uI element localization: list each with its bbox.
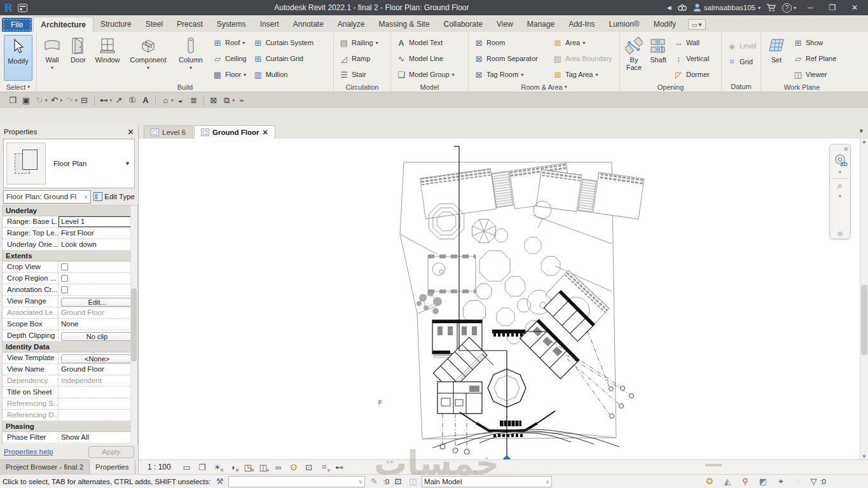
tab-steel[interactable]: Steel <box>139 17 170 32</box>
curtain-system-button[interactable]: ⊞Curtain System <box>251 35 316 50</box>
thin-lines-icon[interactable]: ≣ <box>188 94 200 107</box>
chevron-down-icon[interactable]: ▾ <box>171 98 174 103</box>
property-value[interactable]: First Floor <box>59 228 137 239</box>
print-icon[interactable]: ⊟ <box>78 94 91 107</box>
opening-vertical-button[interactable]: ↕Vertical <box>671 51 712 66</box>
chevron-down-icon[interactable]: ▾ <box>110 98 113 103</box>
model-line-button[interactable]: ∿Model Line <box>394 51 457 66</box>
design-option-dropdown[interactable]: Main Model∨ <box>422 476 552 487</box>
property-value[interactable]: Ground Floor <box>59 364 137 375</box>
tab-modify[interactable]: Modify <box>647 17 683 32</box>
chevron-down-icon[interactable]: ▾ <box>839 169 841 175</box>
wall-button[interactable]: Wall▾ <box>39 34 65 74</box>
editable-only-icon[interactable]: ✎ <box>368 476 380 487</box>
worksets-icon[interactable]: ⚒ <box>214 476 225 487</box>
chevron-down-icon[interactable]: ▼ <box>125 160 134 167</box>
curtain-grid-button[interactable]: ⊞Curtain Grid <box>251 51 316 66</box>
property-value[interactable]: Level 1 <box>59 216 137 227</box>
undo-icon[interactable]: ↶ <box>48 94 61 107</box>
switch-windows-icon[interactable]: ⧉ <box>221 94 233 107</box>
view-scale[interactable]: 1 : 100 <box>148 463 171 471</box>
section-identity-data[interactable]: Identity Data« <box>3 342 137 352</box>
room-separator-button[interactable]: ⊠Room Separator <box>471 51 549 66</box>
type-selector[interactable]: Floor Plan ▼ <box>3 139 135 188</box>
visual-style-icon[interactable]: ▭ <box>181 461 193 473</box>
select-links-icon[interactable]: ✪ <box>704 476 715 487</box>
search-icon[interactable] <box>677 2 687 13</box>
tab-addins[interactable]: Add-Ins <box>561 17 602 32</box>
chevron-down-icon[interactable]: ▾ <box>839 193 841 199</box>
tab-properties[interactable]: Properties <box>90 459 135 474</box>
zoom-icon[interactable]: ⌕ <box>837 180 843 192</box>
reveal-constraints-icon[interactable]: ⌗● <box>319 461 330 473</box>
by-face-button[interactable]: By Face <box>623 34 645 73</box>
tab-annotate[interactable]: Annotate <box>286 17 331 32</box>
ceiling-button[interactable]: ▱Ceiling <box>210 51 249 66</box>
text-icon[interactable]: A <box>139 94 152 107</box>
open-icon[interactable]: ❒ <box>6 94 19 107</box>
select-pinned-elements-icon[interactable]: ⚲ <box>740 476 751 487</box>
property-value[interactable]: Show All <box>59 432 137 443</box>
show-work-plane-button[interactable]: ⊞Show <box>790 35 839 50</box>
show-crop-region-icon[interactable]: ◫● <box>258 461 269 473</box>
minimize-button[interactable]: ─ <box>802 3 818 12</box>
shadows-icon[interactable]: ◑× <box>227 461 238 473</box>
area-button[interactable]: ⊠Area▾ <box>550 35 614 50</box>
modify-button[interactable]: Modify <box>4 35 32 81</box>
detail-level-icon[interactable]: ❒ <box>196 461 208 473</box>
temporary-view-properties-icon[interactable]: ⊡ <box>303 461 315 473</box>
select-underlay-elements-icon[interactable]: ◭ <box>722 476 733 487</box>
canvas-vertical-scrollbar[interactable]: ▲ ▼ <box>860 139 868 459</box>
crop-region-checkbox[interactable] <box>61 275 68 282</box>
tab-lumion[interactable]: Lumion® <box>602 17 647 32</box>
scroll-down-icon[interactable]: ▼ <box>862 454 867 459</box>
reveal-hidden-elements-icon[interactable]: ʘ <box>288 461 300 473</box>
tab-file[interactable]: File <box>2 18 32 32</box>
door-button[interactable]: Door <box>66 34 90 66</box>
tab-structure[interactable]: Structure <box>93 17 139 32</box>
set-button[interactable]: Set <box>764 34 789 66</box>
panel-label-select[interactable]: Select <box>0 82 36 92</box>
room-button[interactable]: ⊠Room <box>471 35 549 50</box>
ribbon-cycle-button[interactable]: ▭▾ <box>688 19 706 30</box>
roof-button[interactable]: ⊞Roof▾ <box>210 35 249 50</box>
select-elements-by-face-icon[interactable]: ◩ <box>757 476 769 487</box>
default-3d-view-icon[interactable]: ⌂ <box>159 94 172 107</box>
customize-qat-icon[interactable]: ≂ <box>235 94 248 107</box>
close-hidden-windows-icon[interactable]: ⊠ <box>207 94 220 107</box>
component-button[interactable]: Component▾ <box>125 34 172 74</box>
section-underlay[interactable]: Underlay« <box>3 206 137 216</box>
account-menu[interactable]: salmaabbas105 ▾ <box>693 3 761 12</box>
model-group-button[interactable]: ❏Model Group▾ <box>394 67 457 82</box>
close-icon[interactable]: ✕ <box>127 127 134 137</box>
property-value[interactable]: Look down <box>59 239 137 250</box>
ref-plane-button[interactable]: ▱Ref Plane <box>790 51 839 66</box>
tag-by-category-icon[interactable]: ① <box>126 94 139 107</box>
tab-project-browser[interactable]: Project Browser - final 2 <box>0 459 90 474</box>
edit-type-button[interactable]: Edit Type <box>93 192 135 201</box>
measure-icon[interactable]: ⊷ <box>98 94 111 107</box>
shaft-button[interactable]: Shaft <box>647 34 670 66</box>
property-value[interactable] <box>59 387 137 398</box>
annotation-crop-checkbox[interactable] <box>61 286 68 293</box>
property-value[interactable]: None <box>59 319 137 330</box>
tab-insert[interactable]: Insert <box>253 17 286 32</box>
close-button[interactable]: ✕ <box>846 3 863 12</box>
worksharing-display-icon[interactable]: ⊷ <box>334 461 345 473</box>
search-collapse-icon[interactable]: ◀ <box>667 2 672 13</box>
design-options-icon[interactable]: ⊡ <box>392 476 404 487</box>
panel-label-room-area[interactable]: Room & Area <box>469 82 619 92</box>
crop-view-icon[interactable]: ◳× <box>242 461 254 473</box>
railing-button[interactable]: ▤Railing▾ <box>336 35 381 50</box>
chevron-down-icon[interactable]: ▾ <box>233 98 235 103</box>
tab-architecture[interactable]: Architecture <box>33 17 93 32</box>
help-menu[interactable]: ?▾ <box>782 2 796 13</box>
chevron-down-icon[interactable]: ▾ <box>45 98 48 103</box>
sun-path-icon[interactable]: ☀× <box>212 461 223 473</box>
tag-area-button[interactable]: ⊠Tag Area▾ <box>550 67 614 82</box>
temporary-hide-isolate-icon[interactable]: ∞ <box>273 461 284 473</box>
cart-icon[interactable] <box>766 2 776 13</box>
frame-menu-icon[interactable] <box>18 4 27 12</box>
view-range-edit-button[interactable]: Edit... <box>61 298 133 307</box>
drag-elements-on-selection-icon[interactable]: ⌖ <box>775 476 787 487</box>
